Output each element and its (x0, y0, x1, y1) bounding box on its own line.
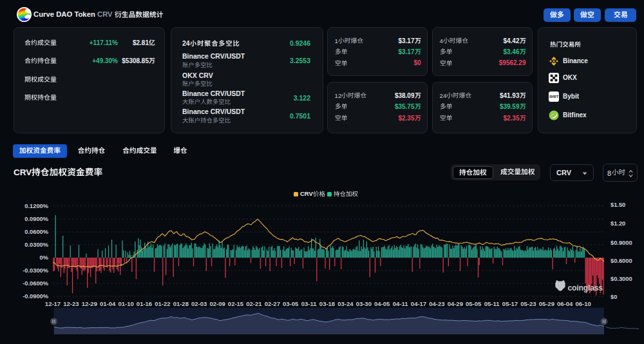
svg-text:04-29: 04-29 (448, 300, 463, 307)
svg-text:06-04: 06-04 (557, 300, 573, 307)
svg-text:03-24: 03-24 (337, 300, 354, 307)
svg-text:12-17: 12-17 (45, 300, 61, 307)
svg-text:0.0600%: 0.0600% (24, 229, 48, 235)
svg-text:-0.0900%: -0.0900% (23, 293, 49, 300)
svg-text:0%: 0% (40, 254, 49, 261)
svg-text:02-03: 02-03 (191, 300, 207, 307)
svg-text:05-17: 05-17 (502, 300, 518, 307)
svg-text:01-16: 01-16 (137, 300, 152, 307)
svg-text:02-21: 02-21 (246, 300, 262, 307)
svg-text:05-23: 05-23 (520, 300, 536, 307)
svg-text:$1.50: $1.50 (611, 202, 625, 208)
svg-text:0.0300%: 0.0300% (24, 242, 48, 248)
svg-text:04-17: 04-17 (411, 300, 426, 307)
svg-text:coinglass: coinglass (568, 283, 603, 292)
svg-text:03-30: 03-30 (356, 300, 372, 307)
svg-text:02-15: 02-15 (228, 300, 244, 307)
svg-text:-0.0600%: -0.0600% (23, 280, 49, 287)
svg-text:01-10: 01-10 (118, 300, 133, 307)
svg-text:0.1200%: 0.1200% (24, 203, 48, 209)
svg-text:$0.9000: $0.9000 (611, 240, 632, 246)
svg-text:02-09: 02-09 (209, 300, 225, 307)
svg-text:$0.6000: $0.6000 (611, 258, 632, 264)
svg-text:-0.0300%: -0.0300% (23, 267, 49, 274)
svg-text:04-23: 04-23 (429, 300, 444, 307)
svg-text:05-29: 05-29 (539, 300, 554, 307)
svg-text:02-27: 02-27 (265, 300, 280, 307)
svg-text:05-11: 05-11 (484, 300, 500, 307)
svg-text:01-22: 01-22 (155, 300, 170, 307)
svg-text:04-11: 04-11 (393, 300, 408, 307)
svg-text:03-18: 03-18 (319, 300, 335, 307)
svg-text:03-11: 03-11 (301, 300, 317, 307)
svg-text:05-05: 05-05 (466, 300, 482, 307)
svg-text:0.0900%: 0.0900% (24, 216, 48, 222)
svg-text:12-29: 12-29 (82, 300, 97, 307)
svg-text:$1.20: $1.20 (611, 220, 625, 227)
svg-text:04-05: 04-05 (374, 300, 390, 307)
svg-text:$0: $0 (611, 294, 617, 300)
svg-text:01-28: 01-28 (173, 300, 189, 307)
svg-text:06-10: 06-10 (575, 300, 591, 307)
svg-text:$0.3000: $0.3000 (611, 276, 632, 282)
svg-text:03-05: 03-05 (283, 300, 299, 307)
svg-text:12-23: 12-23 (63, 300, 79, 307)
svg-text:01-04: 01-04 (100, 300, 116, 307)
